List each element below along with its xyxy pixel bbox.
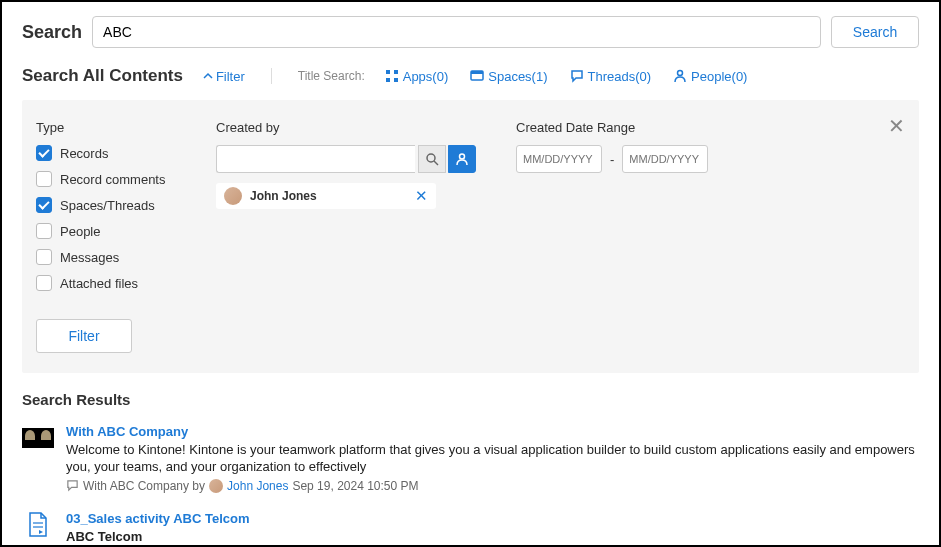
tab-apps[interactable]: Apps(0) [385, 69, 449, 84]
checkbox-spaces-threads[interactable]: Spaces/Threads [36, 197, 176, 213]
result-item: With ABC Company Welcome to Kintone! Kin… [22, 424, 919, 493]
page-title: Search All Contents [22, 66, 183, 86]
tab-apps-label: Apps(0) [403, 69, 449, 84]
result-meta: With ABC Company by John Jones Sep 19, 2… [66, 479, 919, 493]
checkbox-attached-files[interactable]: Attached files [36, 275, 176, 291]
tab-spaces[interactable]: Spaces(1) [470, 69, 547, 84]
created-by-label: Created by [216, 120, 476, 135]
threads-icon [570, 69, 584, 83]
subheader: Search All Contents Filter Title Search:… [22, 66, 919, 86]
result-date: Sep 19, 2024 10:50 PM [292, 479, 418, 493]
result-item: 03_Sales activity ABC Telcom ABC Telcom … [22, 511, 919, 547]
result-doc-icon [22, 513, 54, 537]
filter-toggle[interactable]: Filter [203, 69, 245, 84]
avatar [209, 479, 223, 493]
filter-type-column: Type Records Record comments Spaces/Thre… [36, 120, 176, 301]
title-search-tabs: Apps(0) Spaces(1) Threads(0) People(0) [385, 69, 748, 84]
user-chip: John Jones ✕ [216, 183, 436, 209]
tab-people-label: People(0) [691, 69, 747, 84]
filter-apply-button[interactable]: Filter [36, 319, 132, 353]
svg-rect-2 [386, 78, 390, 82]
svg-line-8 [434, 161, 438, 165]
result-meta-prefix: With ABC Company by [83, 479, 205, 493]
avatar [224, 187, 242, 205]
search-user-button[interactable] [418, 145, 446, 173]
created-by-input[interactable] [216, 145, 415, 173]
filter-created-by-column: Created by John Jones ✕ [216, 120, 476, 301]
search-icon [425, 152, 439, 166]
date-to-input[interactable] [622, 145, 708, 173]
remove-chip-icon[interactable]: ✕ [415, 187, 428, 205]
spaces-icon [470, 69, 484, 83]
tab-spaces-label: Spaces(1) [488, 69, 547, 84]
date-range-label: Created Date Range [516, 120, 708, 135]
filter-panel: ✕ Type Records Record comments Spaces/Th… [22, 100, 919, 373]
svg-point-7 [427, 154, 435, 162]
type-label: Type [36, 120, 176, 135]
search-button[interactable]: Search [831, 16, 919, 48]
chip-user-name: John Jones [250, 189, 317, 203]
svg-point-6 [678, 71, 683, 76]
checkbox-people[interactable]: People [36, 223, 176, 239]
date-divider: - [610, 152, 614, 167]
document-icon [27, 512, 49, 538]
result-thumbnail [22, 426, 54, 450]
chevron-up-icon [203, 71, 213, 81]
svg-rect-1 [394, 70, 398, 74]
checkbox-label: Records [60, 146, 108, 161]
tab-threads-label: Threads(0) [588, 69, 652, 84]
title-search-label: Title Search: [298, 69, 365, 83]
people-icon [673, 69, 687, 83]
search-bar: Search Search [22, 16, 919, 48]
svg-rect-0 [386, 70, 390, 74]
divider [271, 68, 272, 84]
result-title-link[interactable]: With ABC Company [66, 424, 188, 439]
close-icon[interactable]: ✕ [888, 114, 905, 138]
svg-rect-3 [394, 78, 398, 82]
user-icon [455, 152, 469, 166]
checkbox-label: Record comments [60, 172, 165, 187]
comment-icon [66, 479, 79, 492]
result-title-link[interactable]: 03_Sales activity ABC Telcom [66, 511, 250, 526]
checkbox-record-comments[interactable]: Record comments [36, 171, 176, 187]
filter-date-column: Created Date Range - [516, 120, 708, 301]
result-author[interactable]: John Jones [227, 479, 288, 493]
checkbox-label: Messages [60, 250, 119, 265]
checkbox-label: Spaces/Threads [60, 198, 155, 213]
checkbox-label: People [60, 224, 100, 239]
tab-threads[interactable]: Threads(0) [570, 69, 652, 84]
date-from-input[interactable] [516, 145, 602, 173]
checkbox-records[interactable]: Records [36, 145, 176, 161]
results-heading: Search Results [22, 391, 919, 408]
svg-rect-5 [471, 71, 483, 74]
tab-people[interactable]: People(0) [673, 69, 747, 84]
pick-user-button[interactable] [448, 145, 476, 173]
result-snippet: ABC Telcom [66, 529, 919, 546]
result-snippet: Welcome to Kintone! Kintone is your team… [66, 442, 919, 476]
filter-toggle-label: Filter [216, 69, 245, 84]
checkbox-label: Attached files [60, 276, 138, 291]
search-input[interactable] [92, 16, 821, 48]
apps-icon [385, 69, 399, 83]
svg-point-9 [460, 154, 465, 159]
search-label: Search [22, 22, 82, 43]
checkbox-messages[interactable]: Messages [36, 249, 176, 265]
